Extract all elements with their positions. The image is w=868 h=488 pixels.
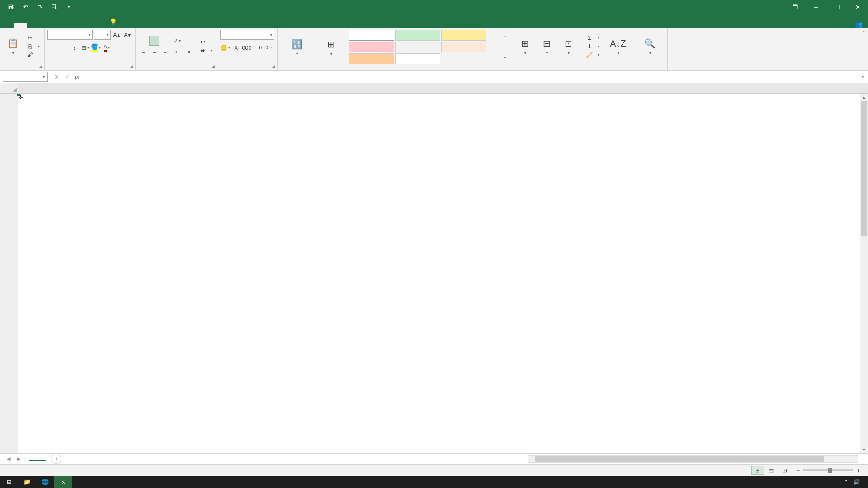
increase-decimal-icon[interactable]: ←.0 (253, 42, 263, 52)
expand-formula-bar-icon[interactable]: ▾ (857, 75, 868, 80)
tab-daten[interactable] (65, 23, 78, 28)
sheet-nav-next-icon[interactable]: ▶ (17, 456, 20, 462)
sort-filter-button[interactable]: A↓Z▾ (603, 30, 633, 62)
style-schlecht[interactable] (349, 42, 394, 52)
style-erklaerender[interactable] (395, 53, 440, 64)
maximize-icon[interactable] (826, 0, 847, 14)
wrap-text-button[interactable]: ↩ (197, 38, 214, 46)
formula-input[interactable] (85, 72, 857, 82)
tab-einfuegen[interactable] (27, 23, 40, 28)
group-number: ◢ (220, 62, 274, 70)
redo-icon[interactable]: ↷ (33, 0, 47, 14)
increase-font-icon[interactable]: A▴ (112, 30, 122, 40)
horizontal-scrollbar[interactable] (528, 455, 858, 463)
fill-color-button[interactable]: 🪣▾ (91, 42, 101, 52)
dialog-launcher-icon[interactable]: ◢ (39, 62, 42, 70)
delete-cells-button[interactable]: ⊟▾ (537, 30, 557, 62)
tab-ueberpruefen[interactable] (78, 23, 90, 28)
increase-indent-icon[interactable]: ⇥ (183, 47, 193, 56)
merge-center-button[interactable]: ⬌▾ (197, 47, 214, 54)
taskbar-explorer-icon[interactable]: 📁 (18, 476, 36, 488)
decrease-decimal-icon[interactable]: .0→ (264, 42, 274, 52)
align-left-icon[interactable]: ≡ (138, 47, 148, 56)
format-painter-button[interactable]: 🖌 (24, 51, 42, 59)
style-standard[interactable] (349, 30, 394, 41)
tray-volume-icon[interactable]: 🔊 (853, 479, 860, 485)
fill-button[interactable]: ⬇▾ (584, 42, 601, 50)
tellme-search[interactable]: 💡 (103, 15, 127, 28)
italic-button[interactable] (58, 42, 68, 52)
decrease-indent-icon[interactable]: ⇤ (172, 47, 182, 56)
touch-mode-icon[interactable] (47, 0, 61, 14)
tab-formeln[interactable] (52, 23, 65, 28)
share-button[interactable]: 👥 (855, 21, 864, 28)
style-gut[interactable] (395, 30, 440, 41)
add-sheet-button[interactable]: + (51, 455, 61, 464)
style-neutral[interactable] (441, 30, 486, 41)
style-ausgabe[interactable] (395, 42, 440, 52)
decrease-font-icon[interactable]: A▾ (123, 30, 132, 40)
cut-button[interactable]: ✂ (24, 34, 42, 42)
font-color-button[interactable]: A▾ (102, 42, 112, 52)
style-gallery-spinner[interactable]: ▴▾▾ (501, 30, 509, 64)
zoom-slider[interactable] (803, 469, 853, 471)
border-button[interactable]: ⊞▾ (80, 42, 90, 52)
view-page-layout-icon[interactable]: ▤ (765, 466, 778, 475)
minimize-icon[interactable]: ─ (806, 0, 826, 14)
format-cells-button[interactable]: ⊡▾ (558, 30, 578, 62)
copy-button[interactable]: ⎘▾ (24, 42, 42, 50)
view-page-break-icon[interactable]: ⊡ (778, 466, 791, 475)
accounting-format-icon[interactable]: 🪙▾ (220, 42, 230, 52)
comma-format-icon[interactable]: 000 (242, 42, 252, 52)
sheet-nav-prev-icon[interactable]: ◀ (7, 456, 10, 462)
tab-datei[interactable] (2, 23, 14, 28)
zoom-out-icon[interactable]: − (797, 467, 800, 474)
format-as-table-button[interactable]: ⊞ ▾ (315, 30, 347, 64)
view-normal-icon[interactable]: ⊞ (751, 466, 764, 475)
tab-start[interactable] (14, 23, 27, 28)
underline-button[interactable]: ▾ (69, 42, 79, 52)
start-button[interactable]: ⊞ (0, 476, 18, 488)
insert-cells-button[interactable]: ⊞▾ (515, 30, 535, 62)
style-berechnung[interactable] (441, 42, 486, 52)
taskbar-edge-icon[interactable]: 🌐 (36, 476, 54, 488)
dialog-launcher-icon[interactable]: ◢ (272, 62, 275, 70)
align-bottom-icon[interactable]: ≡ (160, 36, 170, 46)
sheet-tab-1[interactable] (29, 457, 46, 461)
align-middle-icon[interactable]: ≡ (149, 36, 159, 46)
paste-button[interactable]: 📋 ▾ (3, 30, 23, 62)
save-icon[interactable] (4, 0, 18, 14)
close-icon[interactable]: ✕ (847, 0, 868, 14)
accept-formula-icon[interactable]: ✓ (65, 74, 70, 80)
number-format-select[interactable]: ▾ (220, 30, 274, 40)
percent-format-icon[interactable]: % (231, 42, 241, 52)
dialog-launcher-icon[interactable]: ◢ (130, 62, 133, 70)
style-eingabe[interactable] (349, 53, 394, 64)
select-all-button[interactable] (0, 83, 18, 93)
undo-icon[interactable]: ↶ (18, 0, 33, 14)
bold-button[interactable] (47, 42, 57, 52)
conditional-formatting-button[interactable]: 🔢 ▾ (280, 30, 313, 64)
dialog-launcher-icon[interactable]: ◢ (212, 62, 215, 70)
cancel-formula-icon[interactable]: ✕ (54, 74, 59, 80)
align-right-icon[interactable]: ≡ (160, 47, 170, 56)
find-select-button[interactable]: 🔍▾ (635, 30, 665, 62)
font-name-select[interactable]: ▾ (47, 30, 93, 40)
font-size-select[interactable]: ▾ (94, 30, 111, 40)
ribbon-display-icon[interactable] (785, 0, 806, 14)
autosum-button[interactable]: Σ▾ (584, 34, 601, 42)
align-top-icon[interactable]: ≡ (138, 36, 148, 46)
fx-icon[interactable]: fx (75, 73, 79, 80)
tab-ansicht[interactable] (90, 23, 103, 28)
zoom-in-icon[interactable]: + (857, 467, 860, 474)
align-center-icon[interactable]: ≡ (149, 47, 159, 56)
collapse-ribbon-icon[interactable]: ⌃ (863, 30, 866, 35)
vertical-scrollbar[interactable]: ▴ ▾ (860, 94, 868, 453)
tray-chevron-icon[interactable]: ⌃ (844, 479, 849, 485)
tab-seitenlayout[interactable] (40, 23, 52, 28)
orientation-icon[interactable]: ⤢▾ (172, 36, 182, 46)
taskbar-excel-icon[interactable]: x (54, 476, 72, 488)
name-box[interactable]: ▾ (3, 72, 48, 82)
clear-button[interactable]: 🧹▾ (584, 51, 601, 59)
qat-customize-icon[interactable]: ▾ (61, 0, 76, 14)
